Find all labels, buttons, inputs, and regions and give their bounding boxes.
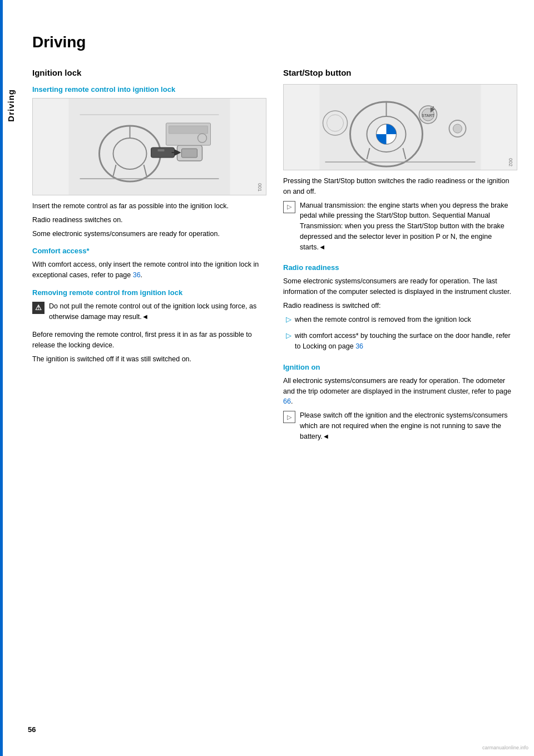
radio-bullet-2-text: with comfort access* by touching the sur… <box>295 331 517 352</box>
comfort-access-heading: Comfort access* <box>32 247 266 255</box>
startstop-image: START <box>283 84 517 170</box>
note-icon-2: ▷ <box>283 411 295 423</box>
warning-text: Do not pull the remote control out of th… <box>49 301 266 322</box>
sidebar-blue-bar <box>0 0 3 756</box>
inserting-image: 001 <box>32 98 266 195</box>
svg-rect-14 <box>169 126 208 134</box>
sidebar-label: Driving <box>6 89 16 122</box>
note1-text: Manual transmission: the engine starts w… <box>300 200 517 253</box>
ignition-para: All electronic systems/consumers are rea… <box>283 376 517 407</box>
arrow-char-1: ▷ <box>286 315 291 328</box>
radio-bullet-2: ▷ with comfort access* by touching the s… <box>283 331 517 355</box>
radio-para-2: Radio readiness is switched off: <box>283 301 517 311</box>
removing-heading: Removing remote control from ignition lo… <box>32 288 266 297</box>
radio-para-1: Some electronic systems/consumers are re… <box>283 276 517 297</box>
radio-bullet-2-link[interactable]: 36 <box>355 342 363 350</box>
radio-bullet-1-text: when the remote control is removed from … <box>295 315 471 325</box>
startstop-heading: Start/Stop button <box>283 68 517 77</box>
svg-rect-8 <box>151 148 175 158</box>
ignition-on-heading: Ignition on <box>283 363 517 371</box>
note-box-1: ▷ Manual transmission: the engine starts… <box>283 200 517 256</box>
radio-readiness-heading: Radio readiness <box>283 263 517 272</box>
note-box-2: ▷ Please switch off the ignition and the… <box>283 410 517 445</box>
comfort-access-link[interactable]: 36 <box>133 271 141 279</box>
watermark: carmanualonline.info <box>482 745 528 750</box>
remove-para-2: The ignition is switched off if it was s… <box>32 354 266 365</box>
warning-box: ⚠ Do not pull the remote control out of … <box>32 301 266 326</box>
right-img-num: 002 <box>508 158 513 166</box>
ignition-page-link[interactable]: 66 <box>283 397 291 405</box>
insert-para-2: Radio readiness switches on. <box>32 215 266 225</box>
insert-para-3: Some electronic systems/consumers are re… <box>32 229 266 239</box>
startstop-intro: Pressing the Start/Stop button switches … <box>283 176 517 197</box>
insert-para-1: Insert the remote control as far as poss… <box>32 201 266 212</box>
svg-text:START: START <box>422 114 434 117</box>
sidebar-tab: Driving <box>0 0 21 756</box>
page-number: 56 <box>28 725 36 734</box>
right-column: Start/Stop button <box>283 68 517 734</box>
page-container: Driving Driving Ignition lock Inserting … <box>0 0 534 756</box>
svg-rect-7 <box>182 149 197 158</box>
comfort-access-para: With comfort access, only insert the rem… <box>32 259 266 281</box>
svg-rect-0 <box>69 98 230 195</box>
ignition-lock-heading: Ignition lock <box>32 68 266 77</box>
note2-text: Please switch off the ignition and the e… <box>300 410 517 441</box>
svg-rect-9 <box>158 149 165 151</box>
radio-bullet-1: ▷ when the remote control is removed fro… <box>283 315 517 328</box>
note-icon-1: ▷ <box>283 201 295 213</box>
left-column: Ignition lock Inserting remote control i… <box>32 68 266 734</box>
arrow-char-2: ▷ <box>286 331 291 355</box>
main-content: Driving Ignition lock Inserting remote c… <box>21 0 534 756</box>
page-title: Driving <box>32 33 517 51</box>
left-img-num: 001 <box>257 183 263 192</box>
svg-point-29 <box>453 124 462 133</box>
columns-layout: Ignition lock Inserting remote control i… <box>32 68 517 734</box>
startstop-svg: START <box>284 84 517 170</box>
warning-icon: ⚠ <box>32 302 44 314</box>
remove-para-1: Before removing the remote control, firs… <box>32 330 266 351</box>
inserting-heading: Inserting remote control into ignition l… <box>32 85 266 94</box>
inserting-svg <box>33 98 266 195</box>
